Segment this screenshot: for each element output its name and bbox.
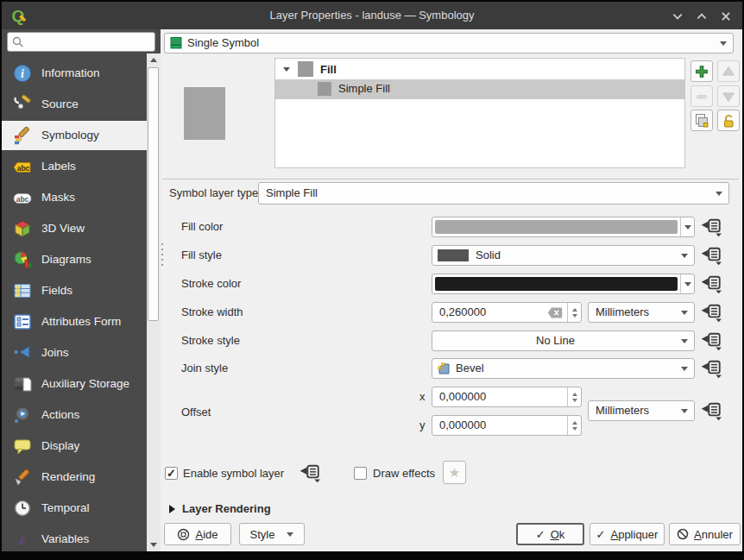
sidebar-item-display[interactable]: Display [2, 431, 147, 461]
scroll-down-icon[interactable] [150, 543, 157, 547]
scroll-up-icon[interactable] [150, 58, 157, 62]
chevron-down-icon [720, 41, 727, 46]
offset-unit-combo[interactable]: Millimeters [588, 400, 695, 421]
sidebar-item-actions[interactable]: Actions [2, 400, 147, 430]
sidebar-item-rendering[interactable]: Rendering [2, 462, 147, 492]
data-defined-override-button[interactable] [700, 360, 722, 379]
rendering-icon [12, 467, 33, 488]
fill-color-button[interactable] [432, 217, 695, 237]
maximize-button[interactable] [696, 9, 709, 23]
symbology-icon [12, 125, 33, 146]
svg-text:ε: ε [20, 532, 26, 548]
tree-row-fill[interactable]: Fill [275, 60, 684, 79]
symbol-layer-tree[interactable]: Fill Simple Fill [274, 58, 685, 168]
renderer-value: Single Symbol [187, 34, 259, 53]
search-box[interactable] [7, 32, 155, 52]
lock-colors-button[interactable] [717, 110, 740, 131]
sidebar-item-symbology[interactable]: Symbology [2, 121, 147, 150]
close-button[interactable] [720, 9, 734, 23]
fill-style-combo[interactable]: Solid [432, 245, 695, 266]
style-menu-button[interactable]: Style [239, 523, 305, 545]
symbol-layer-type-combo[interactable]: Simple Fill [258, 182, 729, 204]
add-symbol-layer-button[interactable] [690, 60, 713, 82]
data-defined-override-button[interactable] [700, 275, 722, 294]
sidebar-item-temporal[interactable]: Temporal [2, 494, 147, 523]
stroke-width-spinbox[interactable]: 0,260000 [432, 302, 582, 323]
move-up-button [717, 60, 740, 82]
star-icon: ★ [449, 465, 460, 481]
sidebar-item-joins[interactable]: Joins [2, 338, 147, 368]
stroke-color-label: Stroke color [181, 274, 241, 294]
minimize-button[interactable] [671, 9, 685, 23]
sidebar-item-source[interactable]: Source [2, 90, 147, 119]
draw-effects-label: Draw effects [373, 463, 435, 484]
sidebar-scrollbar[interactable] [147, 53, 161, 551]
spinner-buttons[interactable] [567, 416, 581, 435]
data-defined-override-button[interactable] [700, 218, 722, 237]
temporal-icon [12, 498, 33, 519]
draw-effects-checkbox[interactable] [354, 467, 367, 480]
stroke-width-unit-combo[interactable]: Millimeters [588, 302, 695, 323]
sidebar-item-fields[interactable]: Fields [2, 276, 147, 305]
sidebar-item-auxiliary-storage[interactable]: Auxiliary Storage [2, 369, 147, 399]
offset-y-spinbox[interactable]: 0,000000 [432, 415, 582, 436]
data-defined-override-button[interactable] [700, 402, 722, 421]
stroke-style-combo[interactable]: No Line [432, 330, 695, 351]
expander-icon[interactable] [283, 67, 290, 72]
stroke-color-button[interactable] [432, 274, 695, 294]
join-style-combo[interactable]: Bevel [432, 358, 695, 379]
single-symbol-icon [170, 37, 182, 49]
fill-color-label: Fill color [181, 217, 223, 237]
attributes-form-icon [12, 311, 33, 332]
clear-value-icon[interactable] [547, 307, 563, 318]
search-input[interactable] [27, 34, 154, 52]
sidebar-item-labels[interactable]: abc Labels [2, 152, 147, 181]
tree-row-simple-fill[interactable]: Simple Fill [275, 79, 684, 99]
sidebar-item-attributes-form[interactable]: Attributes Form [2, 307, 147, 337]
offset-y-label: y [419, 415, 426, 436]
chevron-down-icon [681, 254, 688, 258]
stroke-width-label: Stroke width [181, 302, 243, 323]
fields-icon [12, 280, 33, 301]
help-button[interactable]: Aide [164, 523, 231, 545]
source-icon [12, 94, 33, 115]
spinner-buttons[interactable] [567, 387, 581, 406]
stroke-color-swatch [435, 277, 678, 291]
joins-icon [12, 343, 33, 363]
apply-button[interactable]: ✓ Appliquer [590, 523, 665, 545]
sidebar-item-3d-view[interactable]: 3D View [2, 214, 147, 243]
duplicate-symbol-layer-button[interactable] [690, 110, 713, 131]
information-icon: i [12, 63, 33, 84]
scrollbar-thumb[interactable] [148, 67, 159, 321]
stroke-style-label: Stroke style [181, 330, 240, 351]
display-icon [12, 436, 33, 456]
labels-icon: abc [12, 156, 33, 177]
data-defined-override-button[interactable] [700, 247, 722, 266]
minus-icon [694, 89, 709, 104]
effects-properties-button[interactable]: ★ [443, 461, 466, 484]
data-defined-override-button[interactable] [299, 464, 321, 483]
splitter-handle[interactable] [161, 243, 163, 269]
chevron-down-icon [684, 225, 691, 230]
offset-x-spinbox[interactable]: 0,000000 [432, 387, 582, 407]
sidebar-item-variables[interactable]: ε Variables [2, 525, 147, 554]
chevron-down-icon [681, 409, 688, 413]
window-title: Layer Properties - landuse — Symbology [2, 2, 742, 29]
spinner-buttons[interactable] [567, 303, 581, 322]
renderer-combo[interactable]: Single Symbol [164, 33, 734, 53]
sidebar-item-diagrams[interactable]: Diagrams [2, 245, 147, 274]
layer-rendering-section[interactable]: Layer Rendering [182, 499, 271, 519]
duplicate-icon [693, 112, 710, 129]
ok-button[interactable]: ✓ Ok [516, 523, 584, 545]
sidebar-item-information[interactable]: i Information [2, 59, 147, 88]
collapse-arrow-icon[interactable] [169, 505, 175, 513]
enable-symbol-layer-checkbox[interactable]: ✓ [165, 467, 178, 480]
data-defined-override-button[interactable] [700, 304, 722, 323]
cancel-button[interactable]: Annuler [669, 523, 741, 545]
sidebar-item-masks[interactable]: abc Masks [2, 183, 147, 212]
title-bar[interactable]: Q Layer Properties - landuse — Symbology [2, 2, 742, 29]
chevron-down-icon [681, 367, 688, 371]
data-defined-override-button[interactable] [700, 332, 722, 351]
arrow-down-icon [721, 89, 736, 104]
chevron-down-icon [716, 192, 722, 196]
